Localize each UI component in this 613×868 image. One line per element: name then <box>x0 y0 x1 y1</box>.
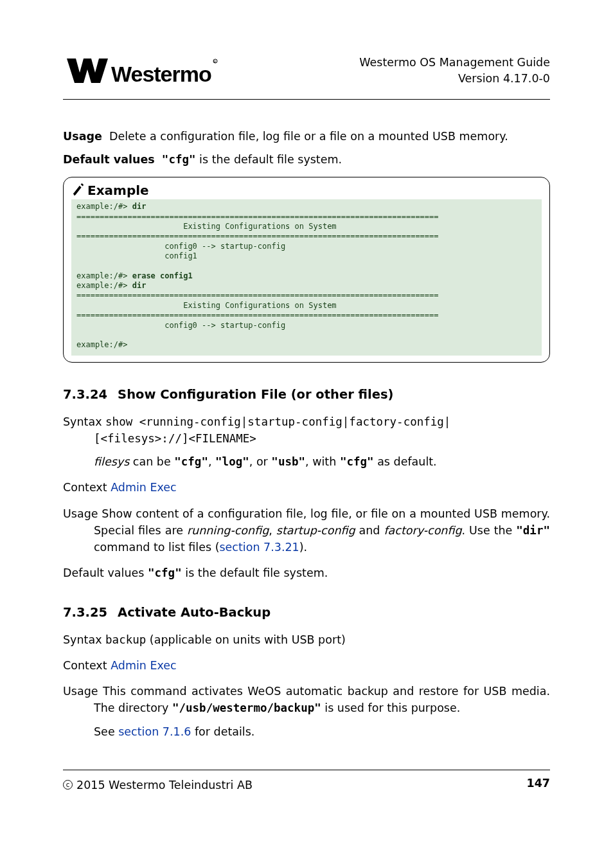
config0-line: config0 --> startup-config <box>76 321 285 330</box>
prompt: example:/#> <box>76 281 132 290</box>
config0-line: config0 --> startup-config <box>76 242 285 251</box>
default-label: Default values <box>63 566 144 579</box>
usage-25-block: Usage This command activates WeOS automa… <box>63 683 550 740</box>
usage-24-body: Usage Show content of a configuration fi… <box>94 505 550 556</box>
heading-number: 7.3.25 <box>63 605 107 620</box>
cmd-erase: erase config1 <box>132 271 193 280</box>
defaults-24: Default values "cfg" is the default file… <box>63 565 550 581</box>
hr-line: ========================================… <box>76 231 439 240</box>
admin-exec-link[interactable]: Admin Exec <box>111 659 177 672</box>
usage-label: Usage <box>63 507 98 520</box>
copyright-text: 2015 Westermo Teleindustri AB <box>76 779 253 791</box>
syntax-24-filesys: filesys can be "cfg", "log", or "usb", w… <box>94 453 550 470</box>
syntax-25: Syntax backup (applicable on units with … <box>63 631 550 648</box>
copyright-icon: c <box>63 780 73 790</box>
backup-code: backup <box>105 633 146 646</box>
doc-meta: Westermo OS Management Guide Version 4.1… <box>359 55 550 87</box>
usage-label: Usage <box>63 685 98 698</box>
prompt: example:/#> <box>76 340 127 349</box>
heading-text: Activate Auto-Backup <box>118 605 271 620</box>
heading-number: 7.3.24 <box>63 387 107 402</box>
syntax-24-l1: Syntax show <running-config|startup-conf… <box>94 413 550 430</box>
header-rule <box>63 99 550 100</box>
usage-24-block: Usage Show content of a configuration fi… <box>63 505 550 556</box>
syntax-24-block: Syntax show <running-config|startup-conf… <box>63 413 550 471</box>
default-cfg-code: "cfg" <box>340 455 374 468</box>
page-header: Westermo R Westermo OS Management Guide … <box>63 55 550 87</box>
copyright-block: c 2015 Westermo Teleindustri AB <box>63 779 253 791</box>
section-title-line: Existing Configurations on System <box>76 301 337 310</box>
page-number: 147 <box>526 777 550 790</box>
default-tail: is the default file system. <box>182 566 328 579</box>
example-title-row: Example <box>71 183 542 198</box>
as-default-text: as default. <box>374 455 437 468</box>
syntax-24-l2: [<filesys>://]<FILENAME> <box>94 430 550 447</box>
svg-text:Westermo: Westermo <box>111 62 211 86</box>
top-default-line: Default values "cfg" is the default file… <box>63 151 550 168</box>
westermo-logo: Westermo R <box>63 55 222 87</box>
syntax-code-l2: [<filesys>://]<FILENAME> <box>94 432 256 445</box>
syntax-label: Syntax <box>63 415 102 428</box>
usb-code: "usb" <box>271 455 305 468</box>
cmd-dir: dir <box>132 202 147 211</box>
startup-config-em: startup-config <box>276 524 355 537</box>
syntax-25-tail: (applicable on units with USB port) <box>146 633 346 646</box>
section-7-3-21-link[interactable]: section 7.3.21 <box>219 541 299 554</box>
cfg-code: "cfg" <box>174 455 208 468</box>
example-box: Example example:/#> dir ================… <box>63 177 550 362</box>
hr-line: ========================================… <box>76 311 439 320</box>
heading-7-3-24: 7.3.24Show Configuration File (or other … <box>63 387 550 402</box>
section-7-1-6-link[interactable]: section 7.1.6 <box>118 725 191 738</box>
example-title-text: Example <box>87 183 149 198</box>
context-label: Context <box>63 481 107 494</box>
heading-text: Show Configuration File (or other files) <box>118 387 393 402</box>
context-24: Context Admin Exec <box>63 479 550 496</box>
usage-25-see: See section 7.1.6 for details. <box>94 723 550 740</box>
backup-path-code: "/usb/westermo/backup" <box>172 701 321 714</box>
page-footer: c 2015 Westermo Teleindustri AB 147 <box>63 777 550 791</box>
section-title-line: Existing Configurations on System <box>76 222 337 231</box>
hr-line: ========================================… <box>76 212 439 221</box>
context-label: Context <box>63 659 107 672</box>
hr-line: ========================================… <box>76 291 439 300</box>
default-label: Default values <box>63 153 155 166</box>
doc-version: Version 4.17.0-0 <box>359 71 550 87</box>
syntax-label: Syntax <box>63 633 102 646</box>
factory-config-em: factory-config <box>384 524 461 537</box>
log-code: "log" <box>215 455 249 468</box>
usage-tail3: ). <box>299 541 307 554</box>
pencil-icon <box>71 183 85 197</box>
default-tail: is the default file system. <box>196 153 342 166</box>
doc-title: Westermo OS Management Guide <box>359 55 550 71</box>
context-25: Context Admin Exec <box>63 657 550 674</box>
usage-tail1: . Use the <box>462 524 517 537</box>
admin-exec-link[interactable]: Admin Exec <box>111 481 177 494</box>
config1-line: config1 <box>76 251 197 260</box>
prompt: example:/#> <box>76 271 132 280</box>
prompt: example:/#> <box>76 202 132 211</box>
logo-svg: Westermo R <box>63 55 222 87</box>
example-terminal: example:/#> dir ========================… <box>71 199 542 355</box>
usage-text: Delete a configuration file, log file or… <box>109 130 508 143</box>
top-usage-line: Usage Delete a configuration file, log f… <box>63 128 550 145</box>
cmd-dir: dir <box>132 281 147 290</box>
see-text: See <box>94 725 118 738</box>
svg-text:R: R <box>214 60 217 64</box>
heading-7-3-25: 7.3.25Activate Auto-Backup <box>63 605 550 620</box>
filesys-italic: filesys <box>94 455 129 468</box>
dir-code: "dir" <box>516 524 550 537</box>
default-cfg-code: "cfg" <box>162 153 196 166</box>
usage-25-body: Usage This command activates WeOS automa… <box>94 683 550 717</box>
for-details-text: for details. <box>191 725 254 738</box>
syntax-code-l1: show <running-config|startup-config|fact… <box>105 415 450 428</box>
footer-rule <box>63 770 550 770</box>
usage-tail2: command to list files ( <box>94 541 219 554</box>
filesys-body: can be <box>129 455 174 468</box>
usage-25-tail: is used for this purpose. <box>321 701 461 714</box>
with-text: , with <box>305 455 340 468</box>
usage-label: Usage <box>63 130 102 143</box>
default-cfg-code: "cfg" <box>148 566 182 579</box>
running-config-em: running-config <box>187 524 269 537</box>
